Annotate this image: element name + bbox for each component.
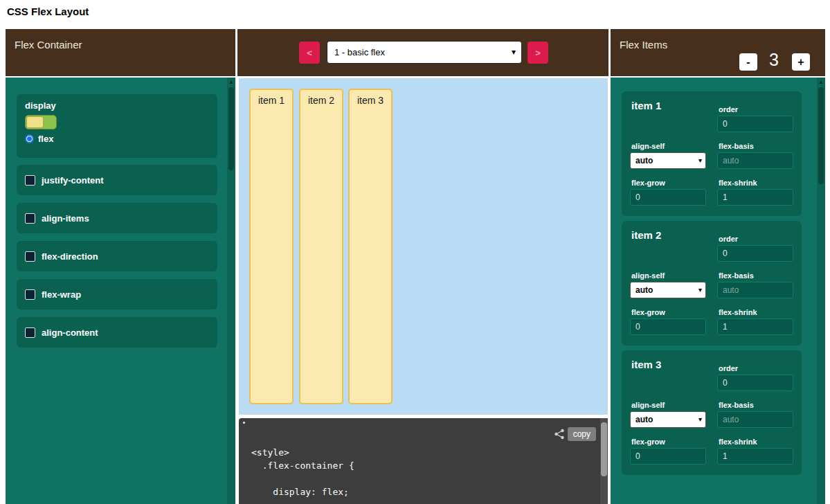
order-label: order [719, 235, 738, 243]
preset-select-wrap: 1 - basic flex ▾ [327, 41, 522, 64]
app-root: CSS Flex Layout Flex Container display f… [0, 0, 830, 504]
page-title: CSS Flex Layout [7, 6, 89, 17]
align-self-select[interactable]: auto [630, 411, 706, 428]
preset-toolbar: < 1 - basic flex ▾ > [237, 29, 608, 76]
order-input[interactable] [717, 116, 793, 132]
flex-grow-label: flex-grow [631, 179, 665, 187]
flex-shrink-label: flex-shrink [719, 179, 757, 187]
decrease-items-button[interactable]: - [739, 53, 757, 71]
code-line [251, 472, 354, 485]
flex-shrink-input[interactable] [717, 318, 793, 335]
display-toggle[interactable] [25, 115, 57, 129]
flex-shrink-input[interactable] [717, 189, 793, 206]
flex-wrap-checkbox[interactable] [25, 289, 35, 300]
flex-shrink-label: flex-shrink [719, 438, 757, 446]
display-toggle-knob [26, 116, 44, 128]
flex-container-panel-header: Flex Container [6, 29, 235, 76]
align-self-label: align-self [631, 271, 665, 280]
align-self-select-wrap: auto ▾ [630, 152, 706, 169]
flex-grow-input[interactable] [630, 448, 706, 465]
flex-items-panel-body: item 1 order align-self auto ▾ flex-basi… [611, 78, 825, 504]
flex-basis-label: flex-basis [719, 142, 754, 150]
align-self-select[interactable]: auto [630, 282, 706, 298]
code-block: <style> .flex-container { display: flex; [251, 446, 354, 498]
flex-items-title: Flex Items [620, 39, 667, 51]
align-self-label: align-self [631, 142, 665, 150]
option-card-align-items: align-items [17, 203, 217, 233]
option-card-flex-wrap: flex-wrap [17, 279, 217, 309]
order-input[interactable] [717, 245, 793, 262]
align-content-label: align-content [42, 327, 98, 338]
display-flex-radio-row: flex [25, 134, 53, 144]
align-self-select[interactable]: auto [630, 152, 706, 169]
flex-container-title: Flex Container [15, 39, 82, 51]
align-self-select-wrap: auto ▾ [630, 411, 706, 428]
right-scrollbar-thumb[interactable] [818, 87, 824, 184]
code-line: <style> [251, 446, 354, 459]
align-self-label: align-self [631, 401, 665, 409]
item-name: item 1 [631, 100, 661, 111]
share-icon[interactable] [554, 429, 565, 440]
items-count: 3 [760, 50, 788, 70]
flex-shrink-input[interactable] [717, 448, 793, 465]
flex-wrap-label: flex-wrap [42, 289, 81, 300]
flex-direction-checkbox[interactable] [25, 251, 35, 262]
align-items-checkbox[interactable] [25, 213, 35, 224]
item-card-2: item 2 order align-self auto ▾ flex-basi… [622, 221, 802, 345]
flex-direction-label: flex-direction [42, 251, 98, 262]
justify-content-checkbox[interactable] [25, 175, 35, 186]
align-items-label: align-items [42, 213, 89, 224]
align-self-select-wrap: auto ▾ [630, 282, 706, 298]
right-panel-scrollbar[interactable]: ▲ [817, 78, 825, 504]
flex-basis-input[interactable] [717, 152, 793, 169]
left-scrollbar-thumb[interactable] [228, 87, 234, 170]
flex-grow-input[interactable] [630, 189, 706, 206]
preview-item-1: item 1 [249, 89, 294, 404]
align-content-checkbox[interactable] [25, 327, 35, 338]
scroll-up-icon[interactable]: ▲ [227, 79, 235, 86]
order-label: order [719, 364, 738, 372]
scroll-up-icon[interactable]: ▲ [817, 79, 825, 86]
item-card-3: item 3 order align-self auto ▾ flex-basi… [622, 350, 802, 475]
flex-radio[interactable] [25, 134, 34, 143]
flex-items-panel-header: Flex Items - 3 + [611, 29, 825, 76]
option-card-flex-direction: flex-direction [17, 241, 217, 271]
flex-radio-label: flex [38, 134, 53, 144]
flex-basis-input[interactable] [717, 282, 793, 298]
code-line: .flex-container { [251, 459, 354, 472]
item-card-1: item 1 order align-self auto ▾ flex-basi… [622, 91, 802, 216]
display-label: display [25, 100, 56, 111]
order-label: order [719, 105, 738, 114]
preset-next-button[interactable]: > [527, 42, 548, 64]
preview-item-2: item 2 [299, 89, 343, 404]
justify-content-label: justify-content [42, 175, 104, 186]
flex-grow-input[interactable] [630, 318, 706, 335]
cursor-dot [243, 422, 245, 424]
item-name: item 2 [631, 229, 661, 241]
item-name: item 3 [631, 359, 661, 370]
copy-button[interactable]: copy [568, 427, 596, 441]
flex-preview-canvas: item 1 item 2 item 3 [239, 78, 608, 415]
preview-item-3: item 3 [348, 89, 393, 404]
code-panel: copy <style> .flex-container { display: … [239, 418, 608, 504]
code-scrollbar[interactable] [600, 418, 608, 504]
display-card: display flex [17, 94, 217, 158]
code-scrollbar-thumb[interactable] [601, 422, 607, 476]
code-line: display: flex; [251, 485, 354, 498]
flex-shrink-label: flex-shrink [719, 308, 757, 316]
order-input[interactable] [717, 375, 793, 391]
preset-select[interactable]: 1 - basic flex [327, 41, 522, 64]
flex-basis-label: flex-basis [719, 401, 754, 409]
flex-container-panel-body: display flex justify-content align-items… [6, 78, 235, 504]
flex-basis-label: flex-basis [719, 271, 754, 280]
preset-prev-button[interactable]: < [299, 42, 320, 64]
left-panel-scrollbar[interactable]: ▲ [227, 78, 235, 504]
option-card-align-content: align-content [17, 317, 217, 348]
flex-grow-label: flex-grow [631, 308, 665, 316]
increase-items-button[interactable]: + [792, 53, 810, 71]
flex-grow-label: flex-grow [631, 438, 665, 446]
flex-basis-input[interactable] [717, 411, 793, 428]
option-card-justify-content: justify-content [17, 165, 217, 195]
